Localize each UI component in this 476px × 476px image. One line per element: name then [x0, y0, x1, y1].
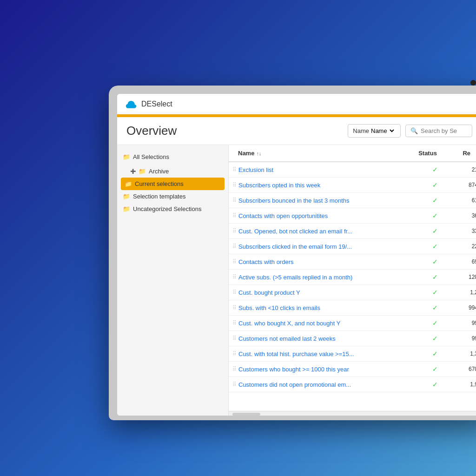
row-name: Customers who bought >= 1000 this year: [238, 366, 416, 373]
row-records: 1,2: [454, 289, 476, 296]
drag-handle-icon: ⠿: [229, 197, 238, 204]
check-icon: ✓: [432, 365, 438, 373]
row-records: 670: [454, 366, 476, 372]
app-name: DESelect: [141, 100, 172, 108]
table-row[interactable]: ⠿ Cust. who bought X, and not bought Y ✓…: [229, 316, 476, 331]
row-name: Subscribers clicked in the email form 19…: [238, 243, 416, 250]
table-row[interactable]: ⠿ Customers not emailed last 2 weeks ✓ 9…: [229, 331, 476, 346]
row-name: Exclusion list: [238, 166, 416, 173]
scroll-indicator[interactable]: [229, 411, 476, 416]
search-input[interactable]: [421, 127, 467, 134]
table-row[interactable]: ⠿ Cust. Opened, bot not clicked an email…: [229, 224, 476, 239]
drag-handle-icon: ⠿: [229, 243, 238, 250]
table-row[interactable]: ⠿ Subscribers opted in this week ✓ 874: [229, 178, 476, 193]
drag-handle-icon: ⠿: [229, 381, 238, 388]
drag-handle-icon: ⠿: [229, 274, 238, 280]
app-header: DESelect: [117, 94, 476, 114]
table-row[interactable]: ⠿ Customers did not open promotional em.…: [229, 377, 476, 392]
sidebar-item-archive[interactable]: ➕ 📁 Archive: [117, 165, 228, 178]
row-name: Subscribers bounced in the last 3 months: [238, 197, 416, 204]
check-icon: ✓: [432, 350, 438, 357]
row-status: ✓: [416, 335, 454, 342]
scroll-thumb[interactable]: [232, 413, 260, 416]
folder-icon: 📁: [123, 153, 130, 160]
row-name: Subscribers opted in this week: [238, 182, 416, 189]
table-row[interactable]: ⠿ Subs. with <10 clicks in emails ✓ 994: [229, 300, 476, 316]
row-records: 21: [454, 166, 476, 173]
sidebar-item-uncategorized[interactable]: 📁 Uncategorized Selections: [117, 203, 228, 215]
drag-handle-icon: ⠿: [229, 366, 238, 372]
search-icon: 🔍: [410, 127, 418, 134]
table-row[interactable]: ⠿ Cust. with total hist. purchase value …: [229, 346, 476, 362]
drag-handle-icon: ⠿: [229, 304, 238, 311]
table-row[interactable]: ⠿ Subscribers bounced in the last 3 mont…: [229, 193, 476, 208]
check-icon: ✓: [432, 289, 438, 296]
check-icon: ✓: [432, 335, 438, 342]
check-icon: ✓: [432, 319, 438, 327]
row-records: 99: [454, 320, 476, 326]
row-status: ✓: [416, 212, 454, 219]
table-row[interactable]: ⠿ Subscribers clicked in the email form …: [229, 239, 476, 254]
check-icon: ✓: [432, 304, 438, 311]
row-name: Contacts with open opportunitites: [238, 212, 416, 219]
table-row[interactable]: ⠿ Contacts with open opportunitites ✓ 36: [229, 208, 476, 224]
table-row[interactable]: ⠿ Cust. bought product Y ✓ 1,2: [229, 285, 476, 300]
sidebar-uncategorized-label: Uncategorized Selections: [133, 205, 201, 212]
expand-icon: ➕: [130, 169, 136, 174]
row-status: ✓: [416, 319, 454, 327]
drag-handle-icon: ⠿: [229, 320, 238, 326]
row-status: ✓: [416, 273, 454, 281]
folder-icon: 📁: [123, 205, 130, 212]
search-box[interactable]: 🔍: [405, 125, 472, 137]
page-title: Overview: [126, 124, 177, 138]
row-records: 994: [454, 304, 476, 311]
folder-icon: 📁: [123, 193, 130, 200]
check-icon: ✓: [432, 166, 438, 173]
row-records: 22: [454, 243, 476, 250]
row-status: ✓: [416, 258, 454, 265]
folder-icon-active: 📁: [125, 180, 132, 187]
table-row[interactable]: ⠿ Contacts with orders ✓ 69: [229, 254, 476, 270]
row-status: ✓: [416, 243, 454, 250]
drag-handle-icon: ⠿: [229, 258, 238, 265]
sidebar-item-current-selections[interactable]: 📁 Current selections: [121, 178, 225, 190]
row-records: 1,3: [454, 350, 476, 357]
sidebar-item-all-selections[interactable]: 📁 All Selections: [117, 151, 228, 165]
sidebar-item-selection-templates[interactable]: 📁 Selection templates: [117, 190, 228, 203]
row-records: 36: [454, 212, 476, 219]
check-icon: ✓: [432, 212, 438, 219]
row-status: ✓: [416, 304, 454, 311]
drag-handle-icon: ⠿: [229, 335, 238, 342]
row-status: ✓: [416, 181, 454, 189]
col-records-header: Re: [446, 150, 474, 157]
sidebar-archive-label: Archive: [149, 168, 169, 175]
check-icon: ✓: [432, 381, 438, 388]
sidebar: 📁 All Selections ➕ 📁 Archive 📁 Current s…: [117, 145, 229, 416]
row-name: Active subs. (>5 emails replied in a mon…: [238, 274, 416, 281]
table-row[interactable]: ⠿ Exclusion list ✓ 21: [229, 162, 476, 178]
table-row[interactable]: ⠿ Active subs. (>5 emails replied in a m…: [229, 270, 476, 285]
col-name-header: Name ↑↓: [229, 150, 409, 157]
row-name: Cust. Opened, bot not clicked an email f…: [238, 228, 416, 235]
drag-handle-icon: ⠿: [229, 182, 238, 188]
sort-select[interactable]: Name Name Status: [348, 124, 401, 138]
row-status: ✓: [416, 166, 454, 173]
name-col-label: Name: [238, 150, 254, 157]
check-icon: ✓: [432, 227, 438, 235]
deselect-logo: [125, 98, 138, 111]
check-icon: ✓: [432, 273, 438, 281]
row-records: 120: [454, 274, 476, 280]
row-records: 99: [454, 335, 476, 342]
table-row[interactable]: ⠿ Customers who bought >= 1000 this year…: [229, 362, 476, 377]
check-icon: ✓: [432, 197, 438, 204]
table-body: ⠿ Exclusion list ✓ 21 ⠿ Subscribers opte…: [229, 162, 476, 411]
sort-dropdown[interactable]: Name Status: [369, 127, 396, 135]
laptop-screen: DESelect Overview Name Name Status 🔍: [117, 94, 476, 416]
check-icon: ✓: [432, 181, 438, 189]
overview-controls: Name Name Status 🔍: [348, 124, 472, 138]
row-status: ✓: [416, 227, 454, 235]
sidebar-all-label: All Selections: [133, 153, 169, 160]
row-records: 874: [454, 182, 476, 188]
sidebar-current-label: Current selections: [135, 180, 184, 187]
drag-handle-icon: ⠿: [229, 166, 238, 173]
